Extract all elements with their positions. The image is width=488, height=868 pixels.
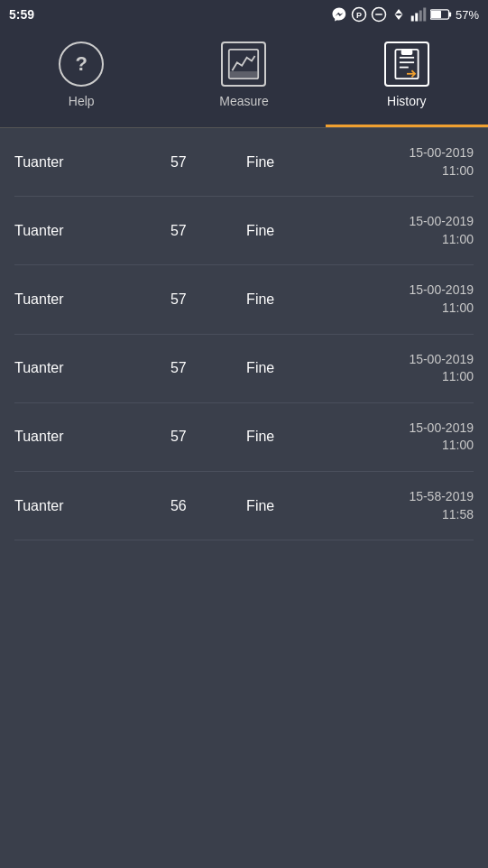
record-name: Tuanter — [14, 291, 145, 308]
battery-icon — [430, 8, 452, 21]
record-status: Fine — [211, 498, 309, 514]
record-status: Fine — [211, 360, 309, 376]
status-icons: P 57% — [331, 6, 479, 23]
data-icon — [391, 6, 407, 23]
svg-rect-19 — [401, 50, 411, 54]
help-icon: ? — [59, 42, 104, 87]
status-bar: 5:59 P — [0, 0, 488, 29]
tab-bar: ? Help Measure History — [0, 29, 488, 128]
record-name: Tuanter — [14, 498, 145, 514]
svg-rect-6 — [411, 16, 414, 22]
parking-icon: P — [351, 6, 367, 23]
table-row[interactable]: Tuanter 57 Fine 15-00-201911:00 — [14, 197, 474, 265]
record-datetime: 15-00-201911:00 — [309, 144, 474, 180]
record-datetime: 15-58-201911:58 — [309, 488, 474, 523]
record-value: 57 — [145, 223, 211, 239]
record-name: Tuanter — [14, 154, 145, 171]
tab-history[interactable]: History — [326, 29, 488, 127]
record-status: Fine — [211, 291, 309, 308]
svg-rect-7 — [415, 14, 418, 22]
tab-measure[interactable]: Measure — [162, 29, 325, 127]
svg-rect-9 — [423, 8, 426, 22]
svg-marker-5 — [394, 14, 402, 20]
tab-help-label: Help — [69, 94, 95, 108]
svg-rect-14 — [231, 72, 257, 77]
record-value: 57 — [145, 154, 211, 171]
signal-icon — [410, 6, 427, 23]
tab-history-label: History — [387, 94, 427, 108]
record-datetime: 15-00-201911:00 — [309, 420, 474, 455]
status-time: 5:59 — [9, 7, 34, 22]
battery-percent: 57% — [456, 8, 479, 22]
history-icon — [384, 42, 429, 87]
svg-rect-8 — [419, 11, 422, 22]
svg-text:P: P — [356, 11, 362, 20]
record-name: Tuanter — [14, 429, 145, 445]
dnd-icon — [371, 6, 387, 23]
records-list: Tuanter 57 Fine 15-00-201911:00 Tuanter … — [0, 128, 488, 540]
tab-measure-label: Measure — [219, 94, 268, 108]
svg-marker-4 — [394, 9, 402, 14]
tab-help[interactable]: ? Help — [0, 29, 162, 127]
record-value: 57 — [145, 360, 211, 376]
record-status: Fine — [211, 154, 309, 171]
record-value: 57 — [145, 291, 211, 308]
measure-icon — [221, 42, 266, 87]
record-name: Tuanter — [14, 360, 145, 376]
record-datetime: 15-00-201911:00 — [309, 351, 474, 386]
record-status: Fine — [211, 223, 309, 239]
record-value: 57 — [145, 429, 211, 445]
svg-rect-11 — [449, 12, 452, 16]
record-datetime: 15-00-201911:00 — [309, 213, 474, 248]
record-value: 56 — [145, 498, 211, 514]
record-name: Tuanter — [14, 223, 145, 239]
record-status: Fine — [211, 429, 309, 445]
svg-rect-12 — [431, 11, 441, 19]
table-row[interactable]: Tuanter 57 Fine 15-00-201911:00 — [14, 403, 474, 472]
messenger-icon — [331, 6, 347, 23]
table-row[interactable]: Tuanter 57 Fine 15-00-201911:00 — [14, 128, 474, 197]
record-datetime: 15-00-201911:00 — [309, 282, 474, 317]
table-row[interactable]: Tuanter 56 Fine 15-58-201911:58 — [14, 472, 474, 540]
table-row[interactable]: Tuanter 57 Fine 15-00-201911:00 — [14, 265, 474, 334]
table-row[interactable]: Tuanter 57 Fine 15-00-201911:00 — [14, 335, 474, 403]
